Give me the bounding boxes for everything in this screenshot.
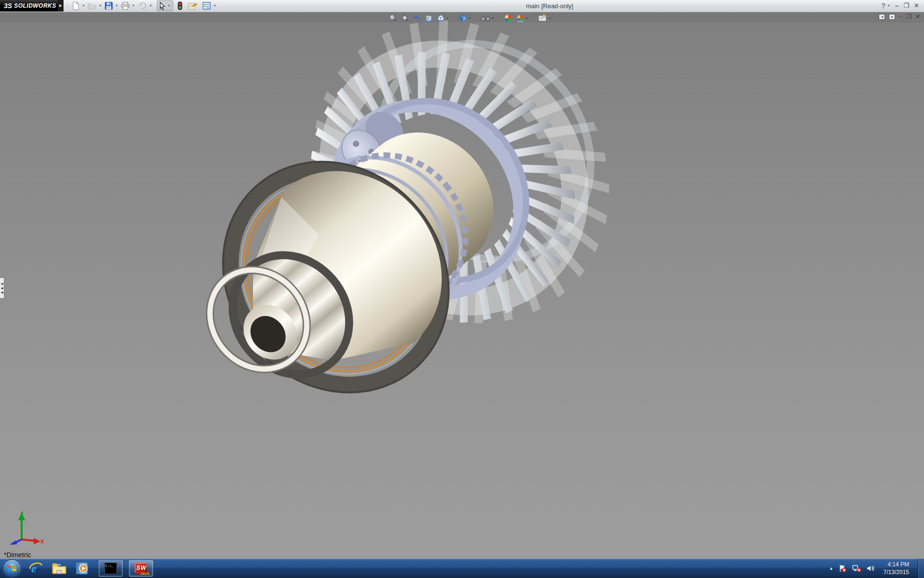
- zoom-to-fit-button[interactable]: [388, 13, 398, 23]
- window-controls: ? ▼ – ❐ ✕: [881, 2, 924, 9]
- view-orientation-button[interactable]: ▼: [436, 13, 449, 23]
- triad-y-label: Y: [20, 511, 24, 516]
- document-minimize-button[interactable]: –: [899, 14, 902, 20]
- select-tool-button[interactable]: ▼: [157, 0, 173, 11]
- action-center-flag-icon[interactable]: [838, 564, 847, 573]
- document-restore-button[interactable]: ❐: [906, 14, 911, 20]
- volume-icon[interactable]: [866, 564, 876, 573]
- new-dropdown-arrow[interactable]: ▼: [82, 4, 85, 7]
- close-button[interactable]: ✕: [914, 2, 919, 9]
- options-checklist-icon: [202, 1, 211, 10]
- command-prompt-icon: C:\_: [104, 563, 117, 574]
- hide-show-dropdown-arrow[interactable]: ▼: [491, 17, 494, 20]
- system-tray: ▲: [829, 559, 924, 578]
- select-dropdown-arrow[interactable]: ▼: [167, 4, 171, 7]
- open-document-button[interactable]: [87, 0, 98, 11]
- view-settings-icon: [538, 13, 548, 23]
- file-properties-button[interactable]: [187, 0, 198, 11]
- restore-button[interactable]: ❐: [903, 2, 909, 9]
- zoom-to-area-button[interactable]: [400, 13, 410, 23]
- show-desktop-button[interactable]: [918, 559, 924, 578]
- network-disconnected-icon[interactable]: [852, 564, 861, 573]
- document-close-button[interactable]: ✕: [915, 14, 920, 20]
- command-prompt-button[interactable]: C:\_: [99, 560, 123, 577]
- hidden-icons-button[interactable]: ▲: [829, 566, 834, 571]
- section-view-icon: [424, 13, 434, 23]
- solidworks-2015-icon: SW 2015: [135, 562, 148, 575]
- select-cursor-icon: [158, 1, 167, 10]
- edit-appearance-button[interactable]: [503, 13, 513, 23]
- apply-scene-dropdown-arrow[interactable]: ▼: [526, 17, 528, 20]
- solidworks-2015-button[interactable]: SW 2015: [129, 560, 153, 577]
- view-orientation-icon: [436, 13, 446, 23]
- main-toolbar: ▼ ▼ ▼ ▼: [70, 0, 218, 11]
- start-button[interactable]: [3, 559, 21, 578]
- tray-time: 4:14 PM: [884, 561, 909, 568]
- zoom-to-fit-icon: [388, 13, 398, 23]
- heads-up-view-toolbar: ▼ ▼ ▼: [388, 13, 552, 23]
- open-folder-icon: [88, 1, 97, 10]
- print-button[interactable]: [120, 0, 131, 11]
- view-orientation-label: *Dimetric: [4, 551, 31, 559]
- folder-icon: [51, 562, 67, 575]
- undo-dropdown-arrow[interactable]: ▼: [149, 4, 153, 7]
- options-button[interactable]: [201, 0, 212, 11]
- taskbar: e C:\_: [0, 559, 924, 578]
- sw-cube-letters: SW: [137, 565, 147, 571]
- clock[interactable]: 4:14 PM 7/13/2015: [884, 561, 909, 576]
- new-document-icon: [71, 1, 80, 10]
- save-dropdown-arrow[interactable]: ▼: [115, 4, 118, 7]
- undo-button[interactable]: [137, 0, 148, 11]
- view-orientation-dropdown-arrow[interactable]: ▼: [446, 17, 449, 20]
- tile-left-button[interactable]: ◂: [879, 14, 885, 20]
- tray-date: 7/13/2015: [884, 568, 909, 576]
- view-settings-button[interactable]: ▼: [538, 13, 552, 23]
- save-floppy-icon: [104, 1, 113, 10]
- print-icon: [121, 1, 130, 10]
- sw-year-label: 2015: [141, 572, 149, 576]
- ds-logo-icon: 3S: [4, 2, 12, 10]
- internet-explorer-button[interactable]: e: [26, 560, 45, 577]
- internet-explorer-icon: e: [28, 561, 43, 576]
- titlebar: 3S SOLIDWORKS ▶ ▼ ▼: [0, 0, 924, 12]
- help-button[interactable]: ?: [881, 2, 885, 9]
- jet-engine-model[interactable]: [0, 12, 924, 559]
- traffic-light-icon: [177, 1, 183, 10]
- solidworks-logo[interactable]: 3S SOLIDWORKS: [0, 0, 58, 12]
- menu-flyout-arrow-icon[interactable]: ▶: [58, 0, 64, 12]
- help-dropdown-arrow[interactable]: ▼: [887, 4, 890, 7]
- save-button[interactable]: [103, 0, 114, 11]
- print-dropdown-arrow[interactable]: ▼: [132, 4, 135, 7]
- view-settings-dropdown-arrow[interactable]: ▼: [549, 17, 552, 20]
- document-window-controls: ◂ ▸ – ❐ ✕: [879, 14, 920, 20]
- display-style-button[interactable]: ▼: [458, 13, 471, 23]
- file-explorer-button[interactable]: [50, 560, 69, 577]
- hide-show-items-button[interactable]: ▼: [480, 13, 494, 23]
- file-properties-icon: [188, 1, 197, 10]
- brand-text: SOLIDWORKS: [14, 2, 56, 9]
- graphics-viewport[interactable]: ▼ ▼ ▼: [0, 12, 924, 559]
- window-title: main [Read-only]: [218, 2, 882, 10]
- previous-view-button[interactable]: [412, 13, 422, 23]
- apply-scene-icon: [515, 13, 525, 23]
- collapse-arrow-icon: ◀: [1, 287, 3, 289]
- display-style-icon: [458, 13, 468, 23]
- minimize-button[interactable]: –: [895, 2, 898, 9]
- tile-right-button[interactable]: ▸: [889, 14, 895, 20]
- apply-scene-button[interactable]: ▼: [515, 13, 528, 23]
- rebuild-button[interactable]: [176, 0, 184, 11]
- undo-icon: [138, 1, 147, 10]
- media-player-icon: [76, 561, 90, 576]
- open-dropdown-arrow[interactable]: ▼: [99, 4, 102, 7]
- new-document-button[interactable]: [70, 0, 81, 11]
- previous-view-icon: [412, 13, 422, 23]
- triad-x-label: X: [40, 539, 44, 544]
- feature-panel-splitter-tab[interactable]: ◀ ◀ ◀: [0, 277, 4, 299]
- section-view-button[interactable]: [424, 13, 434, 23]
- zoom-to-area-icon: [400, 13, 410, 23]
- taskbar-apps: e C:\_: [26, 560, 153, 577]
- display-style-dropdown-arrow[interactable]: ▼: [468, 17, 471, 20]
- options-dropdown-arrow[interactable]: ▼: [213, 4, 217, 7]
- media-player-button[interactable]: [73, 560, 92, 577]
- eyeglasses-icon: [480, 13, 491, 23]
